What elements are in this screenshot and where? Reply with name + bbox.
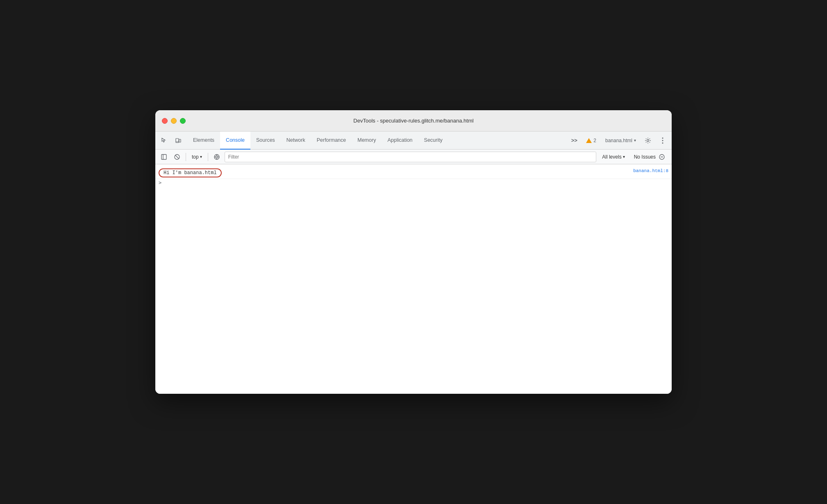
divider [186,153,186,161]
expand-arrow[interactable]: > [159,180,161,186]
inspect-element-button[interactable] [159,135,170,146]
log-levels-selector[interactable]: All levels ▾ [599,153,628,161]
divider-2 [208,153,208,161]
traffic-lights [162,118,186,124]
live-expressions-button[interactable] [211,152,222,162]
tab-console[interactable]: Console [220,132,250,150]
log-message: Hi I'm banana.html [159,168,633,177]
levels-chevron-icon: ▾ [623,154,625,159]
maximize-button[interactable] [180,118,186,124]
file-label: banana.html [605,138,632,143]
svg-point-5 [662,140,663,141]
svg-point-3 [647,139,649,141]
sidebar-toggle-button[interactable] [159,152,169,162]
toolbar-icons [159,135,184,146]
svg-point-4 [662,137,663,138]
devtools-window: DevTools - speculative-rules.glitch.me/b… [155,110,672,394]
tab-application[interactable]: Application [382,132,418,150]
tabs-list: Elements Console Sources Network Perform… [187,132,568,150]
svg-line-10 [175,155,179,159]
tab-security[interactable]: Security [418,132,448,150]
console-expand-row: > [155,179,672,186]
console-content: Hi I'm banana.html banana.html:8 > [155,164,672,394]
console-toolbar: top ▾ All levels ▾ No Issues [155,150,672,164]
svg-point-6 [662,142,663,143]
log-source-link[interactable]: banana.html:8 [633,168,668,173]
clear-console-button[interactable] [172,152,182,162]
tab-memory[interactable]: Memory [352,132,382,150]
device-toolbar-button[interactable] [173,135,184,146]
chevron-down-icon: ▾ [634,138,636,143]
tab-elements[interactable]: Elements [187,132,220,150]
warning-count: 2 [593,138,596,143]
file-selector-button[interactable]: banana.html ▾ [602,136,639,145]
minimize-button[interactable] [171,118,177,124]
filter-input[interactable] [225,152,597,162]
console-log-row: Hi I'm banana.html banana.html:8 [155,168,672,179]
context-label: top [192,154,199,160]
svg-rect-7 [161,154,166,159]
issues-badge[interactable]: 2 [583,136,599,145]
title-bar: DevTools - speculative-rules.glitch.me/b… [155,110,672,132]
tabs-right: >> 2 banana.html ▾ [568,135,668,146]
context-selector[interactable]: top ▾ [189,153,204,161]
no-issues-button[interactable]: No Issues [631,152,668,161]
window-title: DevTools - speculative-rules.glitch.me/b… [353,118,473,124]
settings-button[interactable] [642,135,654,146]
warning-icon [586,138,592,143]
log-text: Hi I'm banana.html [159,168,222,177]
more-tabs-button[interactable]: >> [568,135,580,146]
tab-network[interactable]: Network [281,132,311,150]
no-issues-label: No Issues [634,154,656,160]
levels-label: All levels [602,154,621,160]
close-button[interactable] [162,118,168,124]
kebab-menu-button[interactable] [657,135,668,146]
tab-performance[interactable]: Performance [311,132,352,150]
tabs-bar: Elements Console Sources Network Perform… [155,132,672,150]
tab-sources[interactable]: Sources [250,132,281,150]
context-chevron-icon: ▾ [200,154,202,159]
svg-point-12 [216,156,218,158]
svg-rect-1 [179,139,181,142]
